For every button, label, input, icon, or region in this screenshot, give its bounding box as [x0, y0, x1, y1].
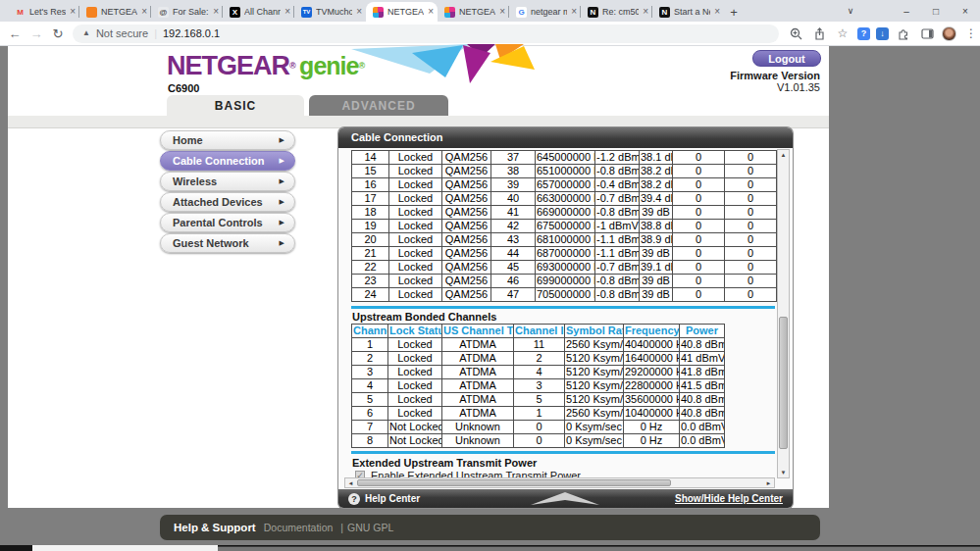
browser-tab[interactable]: NETGEAR G× [366, 2, 438, 22]
reload-button[interactable]: ↻ [47, 23, 69, 44]
show-hide-help-link[interactable]: Show/Hide Help Center [675, 493, 783, 504]
bookmark-star-icon[interactable]: ☆ [834, 25, 851, 42]
tab-close-icon[interactable]: × [356, 7, 362, 17]
extension-download-icon[interactable]: ↓ [876, 27, 889, 40]
tab-close-icon[interactable]: × [643, 7, 648, 17]
logout-button[interactable]: Logout [752, 50, 821, 67]
zoom-icon[interactable] [787, 25, 804, 42]
footer-bar: Help & Support Documentation | GNU GPL [160, 515, 820, 540]
brand-genie: genie [299, 52, 358, 79]
table-cell: 6 [352, 407, 388, 421]
sidebar-item-attached-devices[interactable]: Attached Devices▶ [160, 192, 295, 212]
tab-close-icon[interactable]: × [284, 7, 290, 17]
tab-close-icon[interactable]: × [141, 7, 147, 17]
table-cell: 0 [673, 261, 725, 275]
collapse-up-arrow-icon[interactable] [531, 492, 599, 505]
table-cell: 681000000 Hz [536, 233, 595, 247]
menu-dots-icon[interactable]: ⋮ [962, 25, 980, 42]
tab-basic[interactable]: BASIC [167, 95, 304, 116]
table-cell: QAM256 [442, 288, 491, 302]
new-tab-button[interactable]: + [724, 2, 744, 22]
table-cell: 22 [352, 261, 389, 275]
share-icon[interactable] [810, 25, 828, 42]
profile-avatar[interactable] [942, 26, 956, 41]
scroll-up-arrow-icon[interactable]: ▲ [778, 150, 789, 160]
side-panel-icon[interactable] [918, 25, 936, 42]
browser-tab-strip: MLet's Reset×NETGEAR N×@For Sale: Al×XAl… [0, 0, 980, 22]
scroll-right-arrow-icon[interactable]: ► [763, 478, 774, 488]
tab-close-icon[interactable]: × [428, 7, 434, 17]
table-cell: -0.8 dBmV [595, 275, 640, 288]
scroll-left-arrow-icon[interactable]: ◄ [345, 478, 356, 488]
table-cell: 0 [725, 165, 777, 178]
browser-tab[interactable]: NETGEAR G× [438, 2, 509, 22]
table-cell: ATDMA [442, 366, 514, 379]
sidebar-item-cable-connection[interactable]: Cable Connection▶ [160, 151, 295, 171]
vertical-scroll-thumb[interactable] [779, 317, 788, 449]
table-cell: -1.1 dBmV [595, 233, 640, 247]
sidebar-item-label: Parental Controls [173, 217, 280, 228]
table-cell: QAM256 [442, 247, 491, 261]
back-button[interactable]: ← [4, 23, 26, 44]
table-row: 18LockedQAM25641669000000 Hz-0.8 dBmV39 … [352, 206, 777, 220]
minimize-button[interactable]: – [892, 0, 921, 22]
maximize-button[interactable]: □ [921, 0, 951, 22]
table-cell: 5120 Ksym/sec [565, 379, 624, 393]
tab-advanced[interactable]: ADVANCED [309, 95, 448, 116]
table-cell: -1.2 dBmV [595, 151, 640, 165]
table-cell: ATDMA [442, 379, 514, 393]
footer-link-documentation[interactable]: Documentation [264, 522, 334, 533]
browser-tab[interactable]: Gnetgear mo× [509, 2, 581, 22]
tab-close-icon[interactable]: × [499, 7, 505, 17]
table-cell: 41.8 dBmV [680, 366, 725, 379]
panel-vertical-scrollbar[interactable]: ▲ ▼ [777, 149, 790, 478]
firmware-label: Firmware Version [730, 70, 820, 81]
sidebar-item-parental-controls[interactable]: Parental Controls▶ [160, 213, 295, 232]
table-cell: Locked [388, 352, 442, 366]
tab-close-icon[interactable]: × [714, 7, 720, 17]
table-row: 19LockedQAM25642675000000 Hz-1 dBmV38.8 … [352, 220, 777, 233]
table-cell: QAM256 [442, 192, 491, 206]
tab-close-icon[interactable]: × [571, 7, 577, 17]
table-cell: 40.8 dBmV [680, 407, 725, 421]
browser-tab[interactable]: NRe: cm500× [581, 2, 652, 22]
table-cell: 0 [725, 288, 777, 302]
sidebar-item-label: Cable Connection [173, 155, 280, 167]
address-bar[interactable]: ▲ Not secure | 192.168.0.1 [73, 25, 779, 43]
sidebar-item-guest-network[interactable]: Guest Network▶ [160, 233, 295, 253]
table-row: 21LockedQAM25644687000000 Hz-1.1 dBmV39 … [352, 247, 777, 261]
sidebar-item-home[interactable]: Home▶ [160, 130, 295, 150]
table-cell: 0 [725, 233, 777, 247]
browser-tab[interactable]: NETGEAR N× [79, 2, 151, 22]
table-cell: Locked [389, 233, 442, 247]
table-cell: QAM256 [442, 178, 491, 192]
table-cell: Locked [388, 393, 442, 407]
firmware-version: V1.01.35 [730, 81, 820, 93]
sidebar-item-wireless[interactable]: Wireless▶ [160, 172, 295, 191]
browser-tab[interactable]: TVTVMucho -× [294, 2, 366, 22]
column-header: US Channel Type [442, 325, 514, 338]
browser-tab[interactable]: @For Sale: Al× [151, 2, 223, 22]
upstream-section-title: Upstream Bonded Channels [352, 311, 496, 323]
table-cell: 0 [725, 220, 777, 233]
browser-tab[interactable]: XAll Channel× [223, 2, 294, 22]
tab-close-icon[interactable]: × [213, 7, 219, 17]
footer-link-gnu-gpl[interactable]: GNU GPL [347, 522, 393, 533]
scroll-down-arrow-icon[interactable]: ▼ [778, 468, 789, 477]
panel-horizontal-scrollbar[interactable]: ◄ ► [344, 477, 775, 488]
browser-tab[interactable]: NStart a New× [652, 2, 724, 22]
browser-tab[interactable]: MLet's Reset× [8, 2, 79, 22]
extension-question-icon[interactable]: ? [857, 27, 870, 40]
tab-close-icon[interactable]: × [70, 7, 76, 17]
table-cell: ATDMA [442, 407, 514, 421]
extended-power-title: Extended Upstream Transmit Power [352, 457, 537, 469]
chevron-right-icon: ▶ [280, 136, 284, 144]
tab-search-chevron-icon[interactable]: ∨ [839, 0, 862, 22]
horizontal-scroll-thumb[interactable] [357, 479, 671, 486]
close-button[interactable]: × [951, 0, 980, 22]
table-cell: 41 dBmV [680, 352, 725, 366]
table-cell: 2 [352, 352, 388, 366]
table-cell: -0.7 dBmV [595, 261, 640, 275]
forward-button[interactable]: → [26, 23, 47, 44]
extensions-puzzle-icon[interactable] [895, 25, 912, 42]
